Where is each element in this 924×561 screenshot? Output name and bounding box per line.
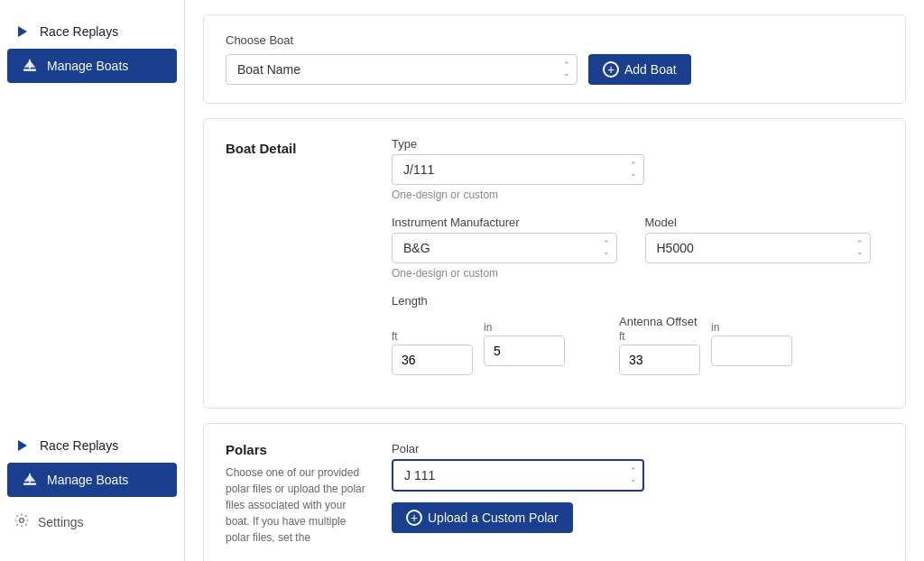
boat-name-select[interactable]: Boat Name <box>226 54 578 85</box>
svg-rect-0 <box>23 69 36 71</box>
polars-fields: Polar J 111 + Upload a Custom Polar <box>392 442 883 546</box>
settings-label: Settings <box>38 515 84 529</box>
polars-description: Choose one of our provided polar files o… <box>226 464 370 546</box>
length-antenna-row: Length <box>392 294 883 311</box>
boat-detail-layout: Boat Detail Type J/111 One-design or cus… <box>226 137 883 390</box>
play-icon-2 <box>14 437 31 454</box>
antenna-in-label: in <box>711 321 792 334</box>
length-in-unit: in <box>484 321 565 375</box>
instrument-select-wrapper: B&G <box>392 233 617 263</box>
type-hint: One-design or custom <box>392 189 883 201</box>
instrument-hint: One-design or custom <box>392 267 883 280</box>
sidebar-item-label: Race Replays <box>40 24 118 39</box>
boat-detail-card: Boat Detail Type J/111 One-design or cus… <box>203 118 906 409</box>
antenna-ft-group: Antenna Offset ft <box>619 315 700 375</box>
model-select-wrapper: H5000 <box>645 233 871 263</box>
boat-select-wrapper: Boat Name <box>226 54 578 85</box>
antenna-in-group: in <box>711 321 792 366</box>
instrument-wrapper: Instrument Manufacturer B&G <box>392 216 631 263</box>
polars-card: Polars Choose one of our provided polar … <box>203 423 906 561</box>
antenna-ft-input[interactable] <box>619 345 700 375</box>
type-field-group: Type J/111 One-design or custom <box>392 137 883 201</box>
choose-boat-label: Choose Boat <box>226 33 883 47</box>
antenna-in-unit: in <box>711 321 792 375</box>
antenna-label: Antenna Offset <box>619 315 700 328</box>
upload-polar-button[interactable]: + Upload a Custom Polar <box>392 502 573 533</box>
antenna-in-input[interactable] <box>711 336 792 366</box>
length-label: Length <box>392 294 428 308</box>
choose-boat-card: Choose Boat Boat Name + Add Boat <box>203 14 906 104</box>
sidebar-item-race-replays-2[interactable]: Race Replays <box>0 428 184 463</box>
play-icon <box>14 23 31 40</box>
polars-heading: Polars <box>226 442 370 457</box>
sidebar-item-label: Race Replays <box>40 438 118 453</box>
polar-select-wrapper: J 111 <box>392 459 644 492</box>
instrument-select[interactable]: B&G <box>392 233 617 263</box>
model-wrapper: Model H5000 <box>645 216 884 263</box>
antenna-ft-label: ft <box>619 330 700 343</box>
instrument-label: Instrument Manufacturer <box>392 216 631 229</box>
main-content: Choose Boat Boat Name + Add Boat Boat De… <box>185 0 924 561</box>
length-in-group: in <box>484 321 565 366</box>
polar-select[interactable]: J 111 <box>392 459 644 492</box>
polars-label-col: Polars Choose one of our provided polar … <box>226 442 370 546</box>
upload-polar-label: Upload a Custom Polar <box>428 510 559 525</box>
choose-boat-row: Boat Name + Add Boat <box>226 54 883 85</box>
type-label: Type <box>392 137 883 151</box>
model-select[interactable]: H5000 <box>645 233 871 263</box>
length-heading: Length <box>392 294 428 311</box>
length-in-input[interactable] <box>484 336 565 366</box>
type-select[interactable]: J/111 <box>392 154 644 185</box>
sidebar-item-race-replays-1[interactable]: Race Replays <box>0 14 184 49</box>
add-boat-label: Add Boat <box>624 62 677 77</box>
length-fields-row: ft in Antenna Offset ft <box>392 315 883 375</box>
upload-plus-icon: + <box>406 510 422 526</box>
polars-layout: Polars Choose one of our provided polar … <box>226 442 883 546</box>
plus-circle-icon: + <box>603 61 619 78</box>
polar-label: Polar <box>392 442 883 455</box>
boat-detail-heading: Boat Detail <box>226 141 370 156</box>
length-ft-label: ft <box>392 330 473 343</box>
instrument-model-group: Instrument Manufacturer B&G Model <box>392 216 883 280</box>
settings-item[interactable]: Settings <box>0 504 184 539</box>
sidebar-item-manage-boats-2[interactable]: Manage Boats <box>7 463 177 497</box>
sidebar: Race Replays Manage Boats Race Replays <box>0 0 185 561</box>
length-ft-group: ft <box>392 330 473 375</box>
sidebar-item-label: Manage Boats <box>47 59 128 73</box>
boat-detail-label-col: Boat Detail <box>226 137 370 390</box>
sidebar-item-manage-boats-1[interactable]: Manage Boats <box>7 49 177 83</box>
model-label: Model <box>645 216 884 229</box>
boat-icon <box>22 58 38 74</box>
gear-icon <box>14 513 29 530</box>
instrument-model-row: Instrument Manufacturer B&G Model <box>392 216 883 263</box>
length-ft-input[interactable] <box>392 345 473 375</box>
length-antenna-group: Length ft in <box>392 294 883 375</box>
svg-point-2 <box>20 519 24 523</box>
boat-icon-2 <box>22 472 38 488</box>
length-in-label: in <box>484 321 565 334</box>
add-boat-button[interactable]: + Add Boat <box>588 54 691 85</box>
svg-rect-1 <box>23 483 36 485</box>
sidebar-item-label: Manage Boats <box>47 473 128 487</box>
boat-detail-fields: Type J/111 One-design or custom Instrume… <box>392 137 883 390</box>
type-select-wrapper: J/111 <box>392 154 644 185</box>
